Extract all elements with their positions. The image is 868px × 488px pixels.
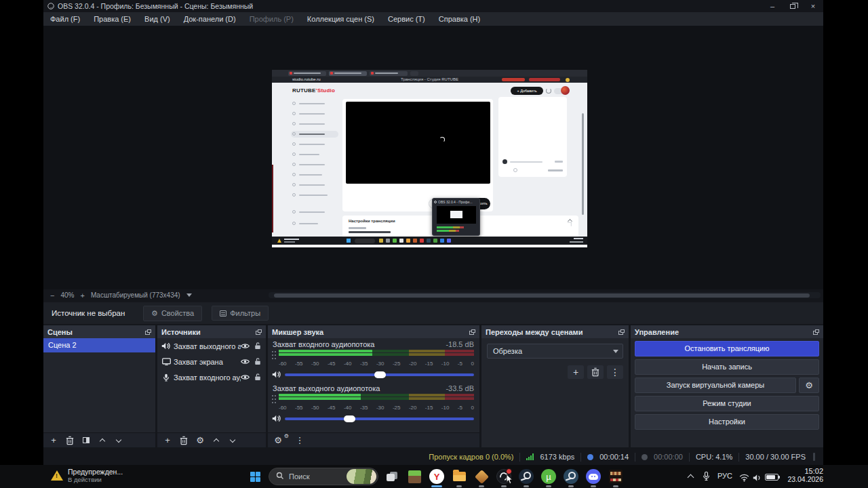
visibility-eye-icon[interactable]	[241, 373, 250, 382]
volume-slider-handle[interactable]	[344, 415, 355, 422]
volume-icon[interactable]	[753, 472, 762, 485]
lock-icon[interactable]	[254, 373, 261, 382]
hscrollbar-thumb[interactable]	[274, 293, 810, 298]
add-scene-button[interactable]: +	[47, 434, 60, 447]
minecraft-icon[interactable]	[406, 468, 422, 485]
utorrent-icon[interactable]: µ	[540, 468, 557, 485]
screen-capture-preview[interactable]: studio.rutube.ru Трансляция - Студия RUT…	[272, 70, 587, 247]
source-row[interactable]: Захват экрана	[157, 354, 266, 369]
scale-dropdown-icon[interactable]	[186, 293, 192, 297]
studio-mode-button[interactable]: Режим студии	[635, 396, 819, 411]
menu-file[interactable]: Файл (F)	[43, 12, 87, 26]
scale-mode-label[interactable]: Масштабируемый (773x434)	[91, 291, 180, 299]
mute-speaker-icon[interactable]	[272, 369, 281, 381]
drag-grip-icon[interactable]	[271, 394, 277, 404]
menu-scene-collection[interactable]: Коллекция сцен (S)	[300, 12, 381, 26]
volume-slider[interactable]	[285, 373, 474, 376]
discord-icon[interactable]	[585, 468, 601, 485]
scene-item-selected[interactable]: Сцена 2	[43, 338, 155, 352]
popout-icon[interactable]	[256, 329, 262, 335]
lock-icon[interactable]	[254, 342, 261, 351]
zoom-out-button[interactable]: −	[50, 291, 54, 300]
sources-dock: Источники Захват выходного а Захват экра…	[157, 325, 266, 447]
notification-toast[interactable]: Предупрежден... В действии	[51, 468, 123, 483]
move-scene-down-button[interactable]	[112, 434, 125, 447]
tray-microphone-icon[interactable]	[703, 471, 710, 484]
move-scene-up-button[interactable]	[96, 434, 109, 447]
tray-clock[interactable]: 15:02 23.04.2026	[781, 467, 823, 483]
source-row[interactable]: Захват выходного а	[157, 338, 266, 354]
visibility-eye-icon[interactable]	[241, 358, 250, 366]
amber-app-icon[interactable]	[473, 468, 490, 485]
file-explorer-icon[interactable]	[451, 468, 467, 485]
menu-profile[interactable]: Профиль (P)	[243, 12, 300, 26]
start-button[interactable]	[247, 468, 263, 485]
source-properties-button[interactable]: ⚙	[193, 434, 207, 447]
meter-scale: -60-55-50-45-40-35-30-25-20-15-10-50	[279, 405, 474, 411]
popout-icon[interactable]	[469, 329, 475, 335]
terraria-icon[interactable]	[608, 468, 624, 485]
menu-tools[interactable]: Сервис (T)	[381, 12, 432, 26]
drag-grip-icon[interactable]	[271, 350, 277, 360]
volume-slider[interactable]	[285, 418, 474, 420]
language-indicator[interactable]: РУС	[717, 472, 732, 480]
start-recording-button[interactable]: Начать запись	[635, 359, 819, 375]
transition-select[interactable]: Обрезка	[487, 344, 623, 359]
gear-icon: ⚙	[805, 380, 813, 390]
settings-button[interactable]: Настройки	[635, 414, 819, 430]
scene-filters-button[interactable]	[79, 434, 93, 447]
obs-tooltip-meter	[437, 230, 459, 232]
add-transition-button[interactable]: +	[568, 365, 584, 379]
source-row[interactable]: Захват входного ау,	[157, 369, 266, 385]
restore-button[interactable]	[783, 0, 803, 12]
start-virtual-camera-button[interactable]: Запуск виртуальной камеры	[635, 378, 796, 393]
sidebar-item	[291, 161, 338, 168]
filters-button[interactable]: Фильтры	[212, 306, 269, 321]
popout-icon[interactable]	[813, 329, 819, 335]
mixer-menu-button[interactable]: ⋮	[293, 434, 307, 447]
preview-hscrollbar[interactable]	[269, 292, 821, 298]
stream-time: 00:00:14	[599, 453, 629, 461]
transition-menu-button[interactable]: ⋮	[607, 365, 623, 379]
battery-icon[interactable]	[765, 474, 778, 481]
virtual-camera-settings-button[interactable]: ⚙	[799, 378, 819, 393]
scene-transitions-dock: Переходы между сценами Обрезка + ⋮	[481, 325, 629, 447]
no-source-label: Источник не выбран	[52, 309, 143, 317]
menu-help[interactable]: Справка (H)	[432, 12, 487, 26]
mute-speaker-icon[interactable]	[272, 413, 281, 425]
title-bar[interactable]: OBS 32.0.4 - Профиль: Безымянный - Сцены…	[43, 0, 823, 12]
wifi-icon[interactable]	[739, 472, 749, 485]
sidebar-item	[291, 220, 338, 227]
obs-taskbar-icon[interactable]	[496, 468, 512, 485]
add-source-button[interactable]: +	[161, 434, 174, 447]
visibility-eye-icon[interactable]	[241, 342, 250, 350]
volume-slider-handle[interactable]	[374, 371, 386, 378]
steam-icon[interactable]	[518, 468, 534, 485]
popout-icon[interactable]	[145, 329, 151, 335]
menu-edit[interactable]: Правка (E)	[87, 12, 138, 26]
move-source-down-button[interactable]	[226, 434, 239, 447]
close-button[interactable]: ×	[803, 0, 823, 12]
remove-transition-button[interactable]	[587, 365, 604, 379]
tray-expand-chevron-icon[interactable]	[688, 473, 694, 479]
menu-view[interactable]: Вид (V)	[138, 12, 177, 26]
yandex-browser-icon[interactable]: Y	[429, 468, 445, 485]
taskbar-search[interactable]: Поиск	[269, 468, 378, 485]
task-view-button[interactable]	[384, 468, 400, 485]
properties-button[interactable]: ⚙ Свойства	[143, 306, 202, 321]
stop-streaming-button[interactable]: Остановить трансляцию	[635, 341, 819, 357]
chat-emoji-icon	[513, 168, 517, 172]
move-source-up-button[interactable]	[210, 434, 223, 447]
menu-docks[interactable]: Док-панели (D)	[177, 12, 243, 26]
steam-alt-icon[interactable]	[563, 468, 579, 485]
advanced-audio-button[interactable]: ⚙⚙	[271, 434, 285, 447]
minimize-button[interactable]: –	[762, 0, 783, 12]
lock-icon[interactable]	[254, 357, 261, 367]
notification-status: В действии	[68, 476, 123, 483]
scenes-title: Сцены	[47, 328, 73, 336]
remove-source-button[interactable]	[177, 434, 191, 447]
obs-window: OBS 32.0.4 - Профиль: Безымянный - Сцены…	[43, 0, 823, 465]
zoom-in-button[interactable]: +	[80, 291, 84, 300]
remove-scene-button[interactable]	[63, 434, 77, 447]
popout-icon[interactable]	[618, 329, 625, 335]
